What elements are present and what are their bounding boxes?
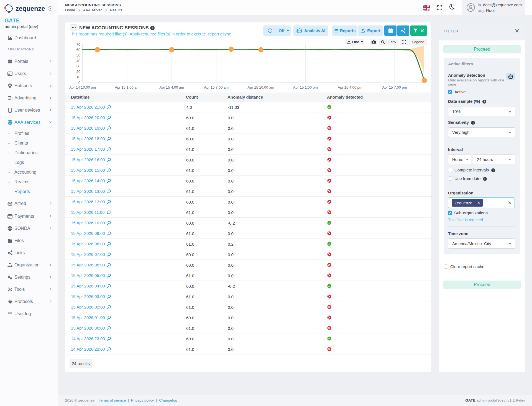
svg-text:20: 20 (76, 70, 80, 74)
svg-text:Apr 15 4:00 pm: Apr 15 4:00 pm (338, 85, 362, 89)
svg-text:Apr 15 10:00 am: Apr 15 10:00 am (247, 85, 274, 89)
svg-text:60: 60 (76, 48, 80, 52)
svg-text:30: 30 (76, 64, 80, 68)
svg-text:0: 0 (78, 81, 80, 85)
svg-text:Apr 15 7:00 pm: Apr 15 7:00 pm (382, 85, 407, 89)
svg-text:Apr 15 4:00 am: Apr 15 4:00 am (159, 85, 184, 89)
svg-text:50: 50 (76, 53, 80, 57)
svg-text:40: 40 (76, 59, 80, 63)
svg-text:Apr 15 1:00 am: Apr 15 1:00 am (115, 85, 139, 89)
svg-text:Apr 15 1:00 pm: Apr 15 1:00 pm (293, 85, 318, 89)
svg-text:70: 70 (76, 42, 80, 47)
svg-text:10: 10 (76, 75, 80, 79)
svg-text:Apr 15 7:00 am: Apr 15 7:00 am (204, 85, 229, 89)
svg-text:Apr 14 10:00 pm: Apr 14 10:00 pm (69, 85, 96, 89)
